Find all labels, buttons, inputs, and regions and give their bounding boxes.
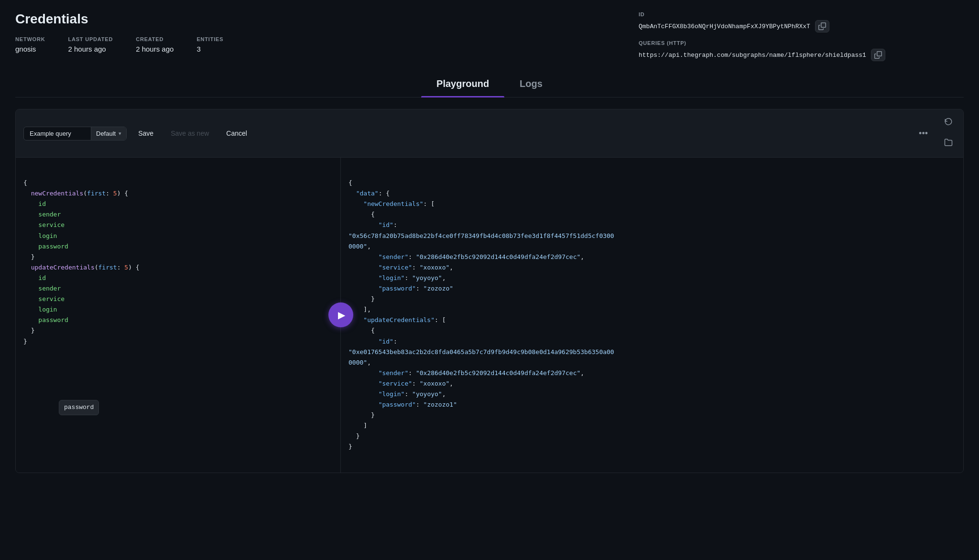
created-value: 2 hours ago (136, 45, 174, 53)
entities-meta: ENTITIES 3 (196, 36, 223, 53)
play-icon: ▶ (338, 309, 345, 321)
last-updated-meta: LAST UPDATED 2 hours ago (68, 36, 113, 53)
tabs-section: Playground Logs (15, 73, 964, 97)
network-label: NETWORK (15, 36, 45, 42)
chevron-down-icon: ▾ (119, 130, 121, 137)
created-meta: CREATED 2 hours ago (136, 36, 174, 53)
save-as-new-button[interactable]: Save as new (165, 127, 215, 140)
playground-area: Example query Default ▾ Save Save as new… (15, 109, 964, 473)
queries-url: https://api.thegraph.com/subgraphs/name/… (639, 52, 866, 59)
header-section: Credentials NETWORK gnosis LAST UPDATED … (15, 11, 964, 61)
run-button[interactable]: ▶ (328, 302, 353, 327)
folder-button[interactable] (941, 135, 956, 151)
queries-section: QUERIES (HTTP) https://api.thegraph.com/… (639, 40, 964, 61)
page-title: Credentials (15, 11, 620, 27)
id-value: QmbAnTcFFGX8b36oNQrHjVdoNhampFxXJ9YBPytN… (639, 23, 810, 30)
meta-row: NETWORK gnosis LAST UPDATED 2 hours ago … (15, 36, 620, 53)
autocomplete-popup[interactable]: password (59, 400, 99, 415)
history-icon (944, 120, 953, 128)
run-button-container: ▶ (328, 302, 353, 327)
network-value: gnosis (15, 45, 45, 53)
query-type-label: Default (96, 130, 116, 137)
tab-playground[interactable]: Playground (421, 73, 504, 97)
copy-url-button[interactable] (871, 49, 885, 61)
query-selector[interactable]: Example query Default ▾ (23, 127, 127, 140)
editor-container: { newCredentials(first: 5) { id sender s… (16, 158, 963, 473)
copy-id-button[interactable] (815, 20, 829, 32)
entities-label: ENTITIES (196, 36, 223, 42)
entities-value: 3 (196, 45, 223, 53)
save-button[interactable]: Save (132, 127, 159, 140)
history-button[interactable] (941, 115, 956, 131)
more-options-button[interactable]: ••• (915, 127, 932, 140)
code-editor[interactable]: { newCredentials(first: 5) { id sender s… (16, 158, 341, 473)
folder-icon (944, 140, 953, 148)
query-type-selector[interactable]: Default ▾ (91, 127, 126, 140)
created-label: CREATED (136, 36, 174, 42)
last-updated-value: 2 hours ago (68, 45, 113, 53)
more-icon: ••• (919, 129, 928, 138)
last-updated-label: LAST UPDATED (68, 36, 113, 42)
toolbar: Example query Default ▾ Save Save as new… (16, 109, 963, 158)
cancel-button[interactable]: Cancel (220, 127, 253, 140)
query-name: Example query (24, 127, 91, 140)
queries-label: QUERIES (HTTP) (639, 40, 964, 46)
id-section: ID QmbAnTcFFGX8b36oNQrHjVdoNhampFxXJ9YBP… (639, 11, 964, 32)
tab-logs[interactable]: Logs (504, 73, 558, 97)
right-header: ID QmbAnTcFFGX8b36oNQrHjVdoNhampFxXJ9YBP… (639, 11, 964, 61)
left-header: Credentials NETWORK gnosis LAST UPDATED … (15, 11, 620, 53)
id-value-row: QmbAnTcFFGX8b36oNQrHjVdoNhampFxXJ9YBPytN… (639, 20, 964, 32)
network-meta: NETWORK gnosis (15, 36, 45, 53)
queries-url-row: https://api.thegraph.com/subgraphs/name/… (639, 49, 964, 61)
result-panel: { "data": { "newCredentials": [ { "id": … (341, 158, 963, 473)
id-label: ID (639, 11, 964, 17)
